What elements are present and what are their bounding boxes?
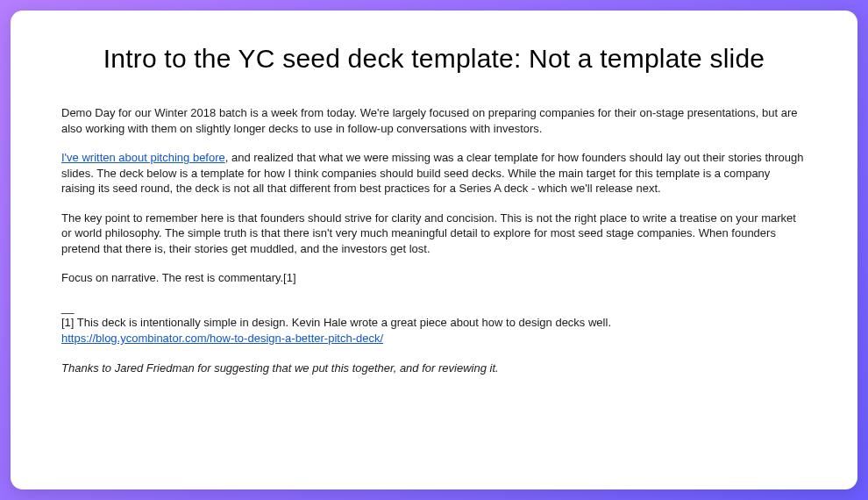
paragraph-clarity: The key point to remember here is that f… <box>61 211 807 257</box>
slide-title: Intro to the YC seed deck template: Not … <box>61 44 807 74</box>
paragraph-intro: Demo Day for our Winter 2018 batch is a … <box>61 105 807 136</box>
footnote-body: [1] This deck is intentionally simple in… <box>61 316 611 329</box>
footnote-link[interactable]: https://blog.ycombinator.com/how-to-desi… <box>61 332 383 345</box>
footnote-text: [1] This deck is intentionally simple in… <box>61 315 807 346</box>
slide-container: Intro to the YC seed deck template: Not … <box>11 11 857 489</box>
pitching-link[interactable]: I've written about pitching before <box>61 151 225 164</box>
thanks-text: Thanks to Jared Friedman for suggesting … <box>61 361 807 376</box>
slide-body: Demo Day for our Winter 2018 batch is a … <box>61 105 807 375</box>
paragraph-narrative: Focus on narrative. The rest is commenta… <box>61 270 807 286</box>
footnote-divider: __ <box>61 300 807 316</box>
paragraph-pitching: I've written about pitching before, and … <box>61 150 807 196</box>
